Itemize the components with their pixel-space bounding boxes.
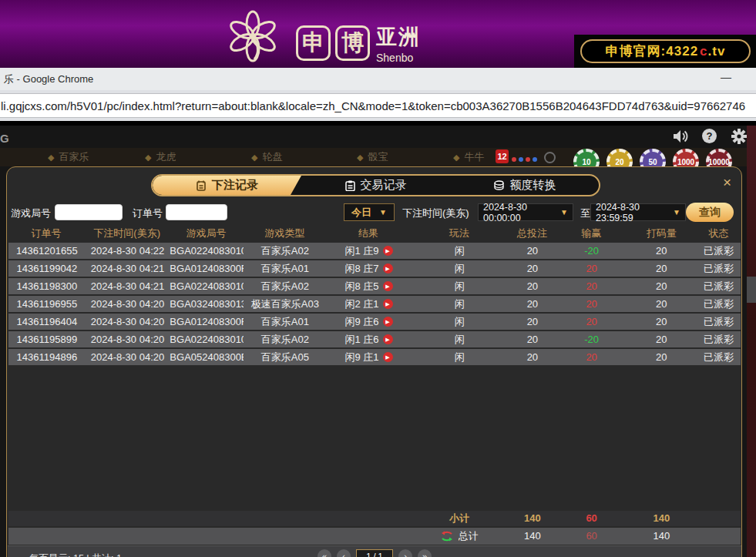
tab-bet-records[interactable]: 下注记录 bbox=[153, 176, 301, 195]
road-ring-icon bbox=[544, 152, 556, 163]
game-nav-item[interactable]: ◆ 牛牛 bbox=[453, 150, 484, 164]
game-round-input[interactable] bbox=[55, 204, 123, 220]
col-header: 玩法 bbox=[411, 226, 508, 241]
date-to-value: 2024-8-30 23:59:59 bbox=[596, 202, 673, 223]
cell-status: 已派彩 bbox=[697, 314, 741, 330]
game-icon: ◆ bbox=[145, 153, 151, 163]
last-page-button[interactable]: » bbox=[418, 549, 432, 557]
next-page-button[interactable]: › bbox=[398, 549, 412, 557]
cell-total-bet: 20 bbox=[508, 314, 557, 330]
chevron-down-icon: ▼ bbox=[673, 208, 680, 216]
search-button[interactable]: 查询 bbox=[686, 203, 734, 222]
pager-controls: « ‹ 1 / 1 › » bbox=[318, 549, 432, 557]
game-icon: ◆ bbox=[357, 153, 363, 163]
sound-icon[interactable] bbox=[672, 128, 688, 144]
cell-order-id: 14361199042 bbox=[8, 260, 86, 277]
badge-suffix: .tv bbox=[708, 44, 726, 59]
lobby-toolbar: ? bbox=[672, 128, 747, 144]
cell-total-bet: 20 bbox=[508, 260, 557, 277]
cell-bet-time: 2024-8-30 04:22 bbox=[86, 243, 170, 259]
exchange-arrows-icon[interactable] bbox=[441, 531, 453, 542]
replay-play-icon[interactable]: ▶ bbox=[383, 317, 393, 327]
table-row: 14361194896 2024-8-30 04:20 BGA052408300… bbox=[8, 349, 741, 365]
quick-range-select[interactable]: 今日 ▼ bbox=[344, 203, 395, 221]
game-nav-label: 百家乐 bbox=[59, 150, 89, 164]
cell-game-type: 百家乐A02 bbox=[244, 243, 327, 259]
game-nav-item[interactable]: ◆ 轮盘 bbox=[251, 150, 282, 164]
result-text: 闲1 庄9 bbox=[344, 243, 378, 259]
help-icon[interactable]: ? bbox=[701, 128, 717, 144]
subtotal-turnover: 140 bbox=[626, 511, 697, 526]
badge-prefix: 申博官网: bbox=[606, 42, 667, 60]
browser-window-title: 乐 - Google Chrome bbox=[4, 72, 93, 86]
result-text: 闲8 庄7 bbox=[344, 260, 378, 277]
cell-turnover: 20 bbox=[626, 314, 697, 330]
cell-status: 已派彩 bbox=[697, 243, 741, 259]
game-nav-label: 轮盘 bbox=[262, 150, 282, 164]
replay-play-icon[interactable]: ▶ bbox=[383, 352, 393, 362]
official-site-badge[interactable]: 申博官网: 4322 c .tv bbox=[580, 39, 751, 63]
col-header: 游戏局号 bbox=[170, 226, 244, 241]
cell-round-id: BGA02240830101 bbox=[170, 278, 244, 294]
cell-game-type: 百家乐A01 bbox=[244, 314, 327, 330]
replay-play-icon[interactable]: ▶ bbox=[383, 299, 393, 309]
cell-win-loss: -20 bbox=[557, 331, 627, 347]
first-page-button[interactable]: « bbox=[318, 549, 331, 557]
cell-turnover: 20 bbox=[626, 331, 697, 347]
cell-bet-time: 2024-8-30 04:21 bbox=[86, 260, 170, 277]
subtotal-win-loss: 60 bbox=[557, 511, 627, 526]
col-header: 下注时间(美东) bbox=[85, 226, 170, 241]
cell-win-loss: -20 bbox=[557, 243, 627, 259]
tab-label: 交易记录 bbox=[361, 178, 407, 193]
game-nav-label: 骰宝 bbox=[368, 150, 388, 164]
tab-label: 下注记录 bbox=[212, 178, 258, 193]
cell-round-id: BGA012408300F5 bbox=[170, 314, 244, 330]
table-header-row: 订单号 下注时间(美东) 游戏局号 游戏类型 结果 玩法 总投注 输赢 打码量 … bbox=[8, 226, 741, 241]
prev-page-button[interactable]: ‹ bbox=[337, 549, 351, 557]
result-text: 闲8 庄5 bbox=[344, 278, 378, 294]
close-icon[interactable]: × bbox=[723, 175, 731, 190]
order-no-input[interactable] bbox=[166, 204, 227, 220]
replay-play-icon[interactable]: ▶ bbox=[383, 281, 393, 291]
col-header: 打码量 bbox=[626, 226, 697, 241]
replay-play-icon[interactable]: ▶ bbox=[383, 246, 393, 256]
table-row: 14361196955 2024-8-30 04:20 BGA032408301… bbox=[8, 296, 741, 312]
cell-order-id: 14361196955 bbox=[8, 296, 86, 312]
cell-result: 闲8 庄5 ▶ bbox=[327, 278, 412, 294]
cell-game-type: 百家乐A02 bbox=[244, 331, 327, 347]
game-nav-item[interactable]: ◆ 龙虎 bbox=[145, 150, 176, 164]
game-nav-item[interactable]: ◆ 骰宝 bbox=[357, 150, 388, 164]
minimize-button[interactable]: — bbox=[721, 71, 731, 83]
partial-logo-letter: G bbox=[0, 132, 9, 145]
cell-play: 闲 bbox=[411, 349, 508, 365]
url-input[interactable] bbox=[0, 93, 756, 118]
table-row: 14361198300 2024-8-30 04:21 BGA022408301… bbox=[8, 278, 741, 294]
tab-quota-transfer[interactable]: 额度转换 bbox=[450, 176, 599, 195]
cell-order-id: 14361195899 bbox=[8, 331, 86, 347]
settings-gear-icon[interactable] bbox=[731, 128, 747, 144]
bet-time-label: 下注时间(美东) bbox=[402, 206, 469, 220]
cell-bet-time: 2024-8-30 04:21 bbox=[86, 278, 170, 294]
cell-result: 闲2 庄1 ▶ bbox=[327, 296, 412, 312]
cell-total-bet: 20 bbox=[508, 243, 557, 259]
cell-play: 闲 bbox=[411, 243, 508, 259]
table-number-badge: 12 bbox=[496, 149, 509, 163]
date-to-picker[interactable]: 2024-8-30 23:59:59 ▼ bbox=[590, 203, 686, 221]
tab-transaction-records[interactable]: 交易记录 bbox=[301, 176, 450, 195]
date-from-picker[interactable]: 2024-8-30 00:00:00 ▼ bbox=[478, 203, 573, 221]
ledger-icon bbox=[196, 180, 207, 191]
logo-romanized-text: Shenbo bbox=[376, 52, 421, 64]
game-icon: ◆ bbox=[48, 153, 54, 163]
replay-play-icon[interactable]: ▶ bbox=[383, 263, 393, 273]
chevron-down-icon: ▼ bbox=[560, 208, 568, 216]
col-header: 总投注 bbox=[508, 226, 557, 241]
table-row: 14361195899 2024-8-30 04:20 BGA022408301… bbox=[8, 331, 741, 347]
cell-round-id: BGA052408300BF bbox=[170, 349, 244, 365]
game-nav-label: 龙虎 bbox=[156, 150, 176, 164]
grand-total-label: 总计 bbox=[459, 528, 479, 545]
game-nav-item[interactable]: ◆ 百家乐 bbox=[48, 150, 89, 164]
grand-win-loss: 60 bbox=[557, 528, 627, 545]
cell-game-type: 百家乐A05 bbox=[244, 349, 327, 365]
cell-win-loss: 20 bbox=[557, 260, 627, 277]
replay-play-icon[interactable]: ▶ bbox=[383, 334, 393, 344]
